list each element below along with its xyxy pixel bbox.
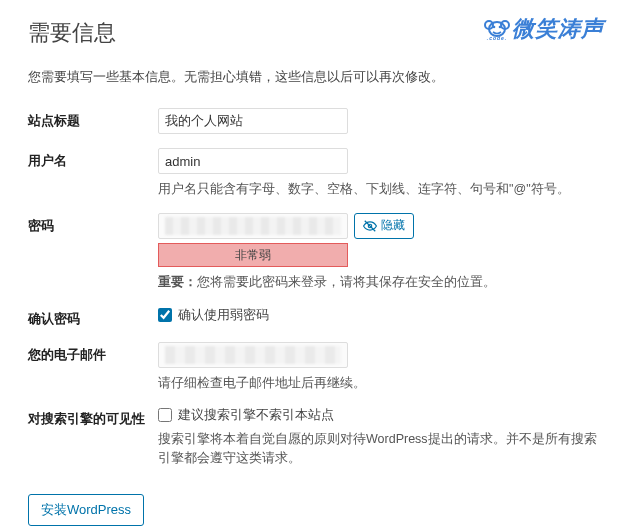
password-input[interactable]: [158, 213, 348, 239]
password-help: 重要：您将需要此密码来登录，请将其保存在安全的位置。: [158, 273, 604, 292]
eye-off-icon: [363, 219, 377, 233]
svg-point-4: [499, 26, 502, 29]
watermark-text: 微笑涛声: [512, 14, 604, 44]
confirm-checkbox[interactable]: [158, 308, 172, 322]
password-strength: 非常弱: [158, 243, 348, 267]
username-input[interactable]: [158, 148, 348, 174]
site-title-label: 站点标题: [28, 108, 158, 130]
site-title-input[interactable]: [158, 108, 348, 134]
confirm-checkbox-label: 确认使用弱密码: [178, 306, 269, 324]
email-help: 请仔细检查电子邮件地址后再继续。: [158, 374, 604, 393]
visibility-checkbox[interactable]: [158, 408, 172, 422]
confirm-checkbox-row[interactable]: 确认使用弱密码: [158, 306, 604, 324]
monkey-icon: .code.: [484, 17, 510, 41]
svg-text:.code.: .code.: [487, 35, 507, 41]
svg-point-3: [493, 26, 496, 29]
password-help-strong: 重要：: [158, 275, 197, 289]
visibility-checkbox-row[interactable]: 建议搜索引擎不索引本站点: [158, 406, 604, 424]
email-label: 您的电子邮件: [28, 342, 158, 364]
visibility-help: 搜索引擎将本着自觉自愿的原则对待WordPress提出的请求。并不是所有搜索引擎…: [158, 430, 604, 468]
watermark: .code. 微笑涛声: [484, 14, 604, 44]
username-help: 用户名只能含有字母、数字、空格、下划线、连字符、句号和"@"符号。: [158, 180, 604, 199]
confirm-label: 确认密码: [28, 306, 158, 328]
visibility-checkbox-label: 建议搜索引擎不索引本站点: [178, 406, 334, 424]
email-input[interactable]: [158, 342, 348, 368]
visibility-label: 对搜索引擎的可见性: [28, 406, 158, 428]
hide-password-button[interactable]: 隐藏: [354, 213, 414, 239]
hide-button-label: 隐藏: [381, 217, 405, 234]
username-label: 用户名: [28, 148, 158, 170]
intro-text: 您需要填写一些基本信息。无需担心填错，这些信息以后可以再次修改。: [28, 68, 604, 86]
password-label: 密码: [28, 213, 158, 235]
install-button[interactable]: 安装WordPress: [28, 494, 144, 526]
